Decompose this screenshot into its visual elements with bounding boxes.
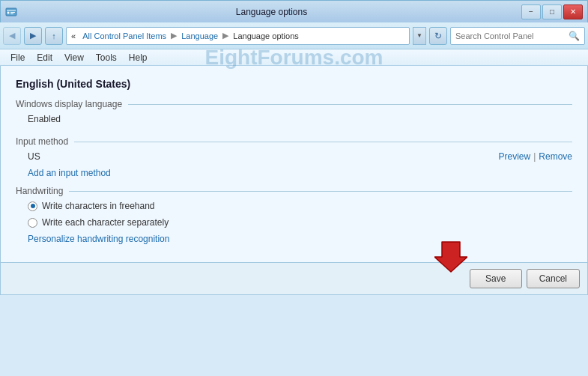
watermark: EightForums.com xyxy=(204,46,383,70)
breadcrumb-sep-2: ▶ xyxy=(220,31,231,40)
add-input-row: Add an input method xyxy=(28,168,572,178)
radio-separate-label: Write each character separately xyxy=(42,216,169,229)
input-method-actions: Preview | Remove xyxy=(499,151,573,162)
svg-rect-1 xyxy=(7,10,16,11)
breadcrumb-sep-1: ▶ xyxy=(169,31,179,40)
refresh-button[interactable]: ↻ xyxy=(429,27,447,45)
up-button[interactable]: ↑ xyxy=(45,27,63,45)
svg-rect-4 xyxy=(10,13,13,14)
menu-file[interactable]: File xyxy=(4,51,31,64)
display-language-value: Enabled xyxy=(28,112,572,126)
window-icon xyxy=(5,6,17,18)
menu-help[interactable]: Help xyxy=(123,51,154,64)
menu-bar: File Edit View Tools Help EightForums.co… xyxy=(0,49,588,66)
maximize-button[interactable]: □ xyxy=(542,4,562,19)
breadcrumb-dropdown-button[interactable]: ▼ xyxy=(413,27,426,45)
back-button[interactable]: ◀ xyxy=(3,27,21,45)
radio-row-1: Write characters in freehand xyxy=(28,199,572,213)
window-title: Language options xyxy=(22,7,521,17)
breadcrumb-prefix: « xyxy=(71,31,76,40)
search-box: 🔍 xyxy=(450,27,585,45)
remove-link[interactable]: Remove xyxy=(539,151,572,162)
down-arrow-icon xyxy=(434,240,467,273)
breadcrumb-link-2[interactable]: Language xyxy=(181,31,218,40)
radio-freehand[interactable] xyxy=(28,201,37,211)
handwriting-section: Write characters in freehand Write each … xyxy=(16,199,572,244)
svg-marker-5 xyxy=(434,242,467,272)
address-bar: ◀ ▶ ↑ « All Control Panel Items ▶ Langua… xyxy=(0,22,588,49)
add-input-link[interactable]: Add an input method xyxy=(28,168,111,178)
titlebar: Language options − □ ✕ xyxy=(0,0,588,22)
personalize-link[interactable]: Personalize handwriting recognition xyxy=(28,234,169,244)
forward-button[interactable]: ▶ xyxy=(24,27,42,45)
breadcrumb: « All Control Panel Items ▶ Language ▶ L… xyxy=(66,27,410,45)
display-language-section: Enabled xyxy=(16,112,572,126)
action-separator: | xyxy=(533,151,536,162)
arrow-indicator xyxy=(434,240,467,273)
input-method-row: US Preview | Remove xyxy=(28,150,572,163)
input-method-label: Input method xyxy=(16,136,572,147)
content-body: English (United States) Windows display … xyxy=(1,66,587,262)
handwriting-label: Handwriting xyxy=(16,186,572,196)
input-method-value: US xyxy=(28,150,40,163)
menu-view[interactable]: View xyxy=(58,51,90,64)
display-language-label: Windows display language xyxy=(16,99,572,109)
svg-rect-3 xyxy=(10,12,15,13)
menu-edit[interactable]: Edit xyxy=(31,51,58,64)
menu-tools[interactable]: Tools xyxy=(90,51,123,64)
personalize-row: Personalize handwriting recognition xyxy=(28,234,572,244)
save-button[interactable]: Save xyxy=(470,269,522,288)
main-content: English (United States) Windows display … xyxy=(0,66,588,295)
radio-freehand-label: Write characters in freehand xyxy=(42,199,155,213)
radio-separate[interactable] xyxy=(28,218,37,228)
bottom-bar: Save Cancel xyxy=(1,262,587,294)
preview-link[interactable]: Preview xyxy=(499,151,531,162)
minimize-button[interactable]: − xyxy=(521,4,541,19)
close-button[interactable]: ✕ xyxy=(563,4,583,19)
search-input[interactable] xyxy=(455,31,569,40)
window-controls: − □ ✕ xyxy=(521,4,583,19)
breadcrumb-link-1[interactable]: All Control Panel Items xyxy=(82,31,166,40)
radio-row-2: Write each character separately xyxy=(28,216,572,229)
language-title: English (United States) xyxy=(16,78,572,90)
search-icon[interactable]: 🔍 xyxy=(569,31,580,41)
svg-point-2 xyxy=(7,11,10,13)
breadcrumb-arrow-1 xyxy=(78,31,80,40)
cancel-button[interactable]: Cancel xyxy=(527,269,580,288)
breadcrumb-current: Language options xyxy=(233,31,298,40)
input-method-section: US Preview | Remove Add an input method xyxy=(16,150,572,178)
